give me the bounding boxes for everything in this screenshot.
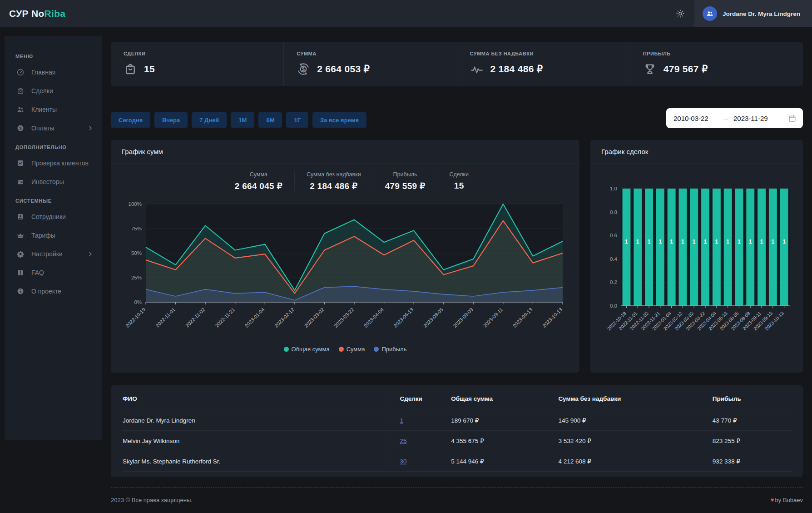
deal-bar[interactable] <box>656 189 664 306</box>
filter-button-2[interactable]: 7 Дней <box>192 112 227 128</box>
x-tick-label: 2023-09-09 <box>452 307 474 329</box>
sidebar-item-employees[interactable]: Сотрудники <box>5 207 102 226</box>
bar-value-label: 1 <box>760 239 763 245</box>
deal-bar[interactable] <box>690 189 698 306</box>
user-menu[interactable]: Jordane Dr. Myra Lindgren <box>694 0 812 27</box>
y-tick-label: 0.4 <box>610 256 618 262</box>
deal-bar[interactable] <box>780 189 788 306</box>
deal-bar[interactable] <box>713 189 721 306</box>
date-end-input[interactable] <box>733 114 778 123</box>
sidebar-item-investors[interactable]: Инвесторы <box>5 172 102 191</box>
summary-3: Сделки15 <box>437 171 480 191</box>
chevron-right-icon <box>87 125 94 131</box>
deals-count-link[interactable]: 30 <box>390 458 450 465</box>
sidebar-item-settings[interactable]: Настройки <box>5 244 102 263</box>
stat-value: 2 664 053 ₽ <box>317 64 370 75</box>
copyright-text: 2023 © Все права защищены. <box>111 497 193 503</box>
cell-total: 5 144 946 ₽ <box>450 458 557 465</box>
bar-value-label: 1 <box>693 239 696 245</box>
deal-bar[interactable] <box>735 189 743 306</box>
bar-value-label: 1 <box>625 239 628 245</box>
x-tick-label: 2023-06-13 <box>392 307 414 329</box>
table-header-cell: Сделки <box>390 395 450 402</box>
user-name: Jordane Dr. Myra Lindgren <box>723 10 800 17</box>
period-filter-group: СегодняВчера7 Дней1М6М1ГЗа все время <box>111 112 366 128</box>
deal-bar[interactable] <box>645 189 653 306</box>
bar-value-label: 1 <box>749 239 752 245</box>
footer-content: 2023 © Все права защищены. ♥ by Bubaev <box>111 488 803 503</box>
stat-row: 479 567 ₽ <box>643 62 790 76</box>
sidebar-item-deals[interactable]: Сделки <box>5 81 102 100</box>
sums-chart: 0%25%50%75%100%2022-10-192022-11-012022-… <box>120 192 570 342</box>
deal-bar[interactable] <box>724 189 732 306</box>
date-range-picker[interactable]: → <box>666 108 803 128</box>
sidebar-item-about[interactable]: О проекте <box>5 282 102 300</box>
deals-count-link[interactable]: 25 <box>390 438 450 444</box>
filter-button-3[interactable]: 1М <box>231 112 254 128</box>
check-square-icon <box>16 159 25 167</box>
sidebar-item-clients[interactable]: Клиенты <box>5 100 102 119</box>
legend-item-1[interactable]: Сумма <box>339 346 365 353</box>
theme-toggle-button[interactable] <box>666 0 694 27</box>
filter-button-4[interactable]: 6М <box>258 112 282 128</box>
sidebar-item-tariffs[interactable]: Тарифы <box>5 226 102 244</box>
y-tick-label: 25% <box>131 275 142 280</box>
stat-profit: ПРИБЫЛЬ479 567 ₽ <box>630 42 803 86</box>
bar-value-label: 1 <box>636 239 639 245</box>
users-icon <box>16 105 25 114</box>
table-header-cell: Прибыль <box>712 395 792 402</box>
sidebar-item-label: Сделки <box>31 87 53 95</box>
deal-bar[interactable] <box>746 189 754 306</box>
sidebar-item-label: Инвесторы <box>31 178 64 185</box>
sums-chart-area: 0%25%50%75%100%2022-10-192022-11-012022-… <box>111 192 579 342</box>
sidebar-item-payments[interactable]: $Оплаты <box>5 119 102 137</box>
deals-chart-area: 0.00.20.40.60.81.01111111111111112022-10… <box>590 164 803 350</box>
clients-table: ФИОСделкиОбщая суммаСумма без надбавкиПр… <box>111 385 803 477</box>
filter-button-1[interactable]: Вчера <box>154 112 188 128</box>
legend-item-2[interactable]: Прибыль <box>374 346 406 353</box>
gear-icon <box>16 250 25 258</box>
stat-row: 2 184 486 ₽ <box>470 62 617 76</box>
summary-value: 479 559 ₽ <box>385 181 426 191</box>
filter-button-0[interactable]: Сегодня <box>111 112 150 128</box>
deal-bar[interactable] <box>758 189 766 306</box>
stat-row: 15 <box>124 62 271 76</box>
legend-dot <box>374 347 379 352</box>
client-name-cell: Melvin Jay Wilkinson <box>122 438 390 444</box>
deal-bar[interactable] <box>668 189 676 306</box>
bar-value-label: 1 <box>726 239 729 245</box>
filter-button-6[interactable]: За все время <box>312 112 366 128</box>
x-tick-label: 2023-10-13 <box>541 307 563 329</box>
deal-bar[interactable] <box>634 189 642 306</box>
stat-value: 479 567 ₽ <box>663 64 708 75</box>
sidebar-item-label: Проверка клиентов <box>31 159 89 167</box>
deal-bar[interactable] <box>701 189 709 306</box>
logo-text: СУР No <box>9 8 45 19</box>
filter-button-5[interactable]: 1Г <box>286 112 308 128</box>
summary-2: Прибыль479 559 ₽ <box>373 171 437 191</box>
sidebar-item-home[interactable]: Главная <box>5 63 102 81</box>
stat-label: СУММА БЕЗ НАДБАВКИ <box>470 51 617 56</box>
sidebar-item-faq[interactable]: FAQ <box>5 263 102 282</box>
sidebar-item-label: FAQ <box>31 269 44 276</box>
svg-text:$: $ <box>302 66 305 72</box>
table-row: Melvin Jay Wilkinson254 355 675 ₽3 532 4… <box>122 430 792 451</box>
legend-dot <box>339 347 344 352</box>
sidebar-item-client-check[interactable]: Проверка клиентов <box>5 154 102 172</box>
sun-icon <box>676 9 685 18</box>
client-name-cell: Skylar Ms. Stephanie Rutherford Sr. <box>122 458 390 465</box>
legend-item-0[interactable]: Общая сумма <box>284 346 330 353</box>
deal-bar[interactable] <box>769 189 777 306</box>
legend-label: Общая сумма <box>292 346 330 353</box>
sidebar-item-label: Настройки <box>31 250 63 258</box>
x-tick-label: 2023-03-02 <box>303 307 325 329</box>
deal-bar[interactable] <box>623 189 631 306</box>
deal-bar[interactable] <box>679 189 687 306</box>
deals-count-link[interactable]: 1 <box>390 417 450 424</box>
sidebar-item-label: Тарифы <box>31 232 55 239</box>
date-start-input[interactable] <box>673 114 718 123</box>
cell-base: 145 900 ₽ <box>557 417 711 424</box>
dashboard-page: { "header": { "logo_prefix": "СУР No", "… <box>0 0 812 513</box>
calendar-icon[interactable] <box>788 114 797 123</box>
bag-icon <box>16 87 25 95</box>
